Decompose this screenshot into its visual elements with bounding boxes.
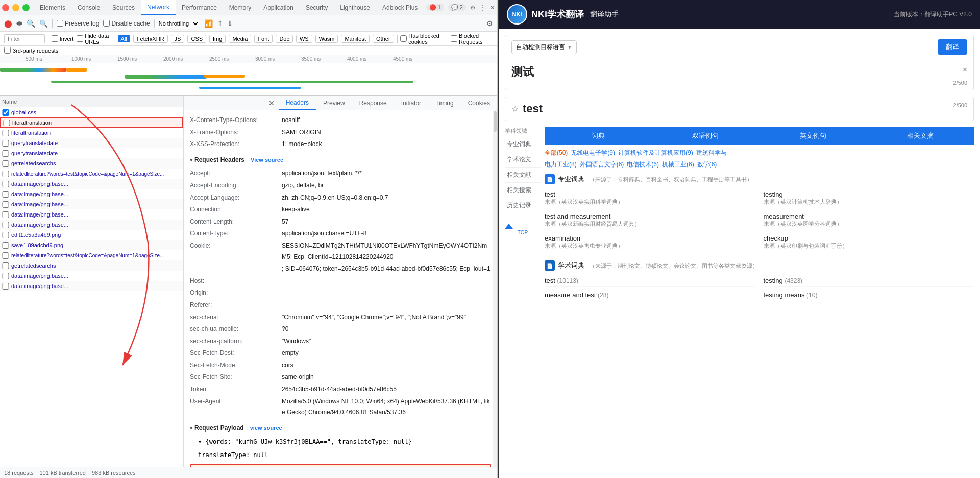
list-item[interactable]: relatedliterature?words=test&topicCode=&… [0, 169, 183, 179]
settings-gear-icon[interactable]: ⚙ [486, 19, 493, 28]
hide-data-checkbox[interactable] [77, 35, 83, 42]
tab-network[interactable]: Network [141, 0, 176, 15]
list-item[interactable]: edit1.e5a3a4b9.png [0, 230, 183, 240]
filter-icon[interactable]: 🔍 [27, 19, 35, 28]
item-checkbox[interactable] [2, 181, 9, 187]
detail-close-btn[interactable]: ✕ [268, 99, 275, 107]
detail-tab-preview[interactable]: Preview [316, 96, 352, 110]
list-item[interactable]: querytranslatedate [0, 138, 183, 148]
throttle-select[interactable]: No throttling [154, 19, 200, 28]
item-checkbox[interactable] [2, 109, 9, 116]
scrollbar-track[interactable] [493, 110, 497, 467]
filter-other[interactable]: Other [373, 35, 394, 43]
lang-select[interactable]: 自动检测目标语言 ▼ [511, 40, 577, 54]
request-headers-title[interactable]: ▾ Request Headers View source [190, 155, 491, 166]
invert-checkbox[interactable] [52, 35, 58, 42]
category-tag[interactable]: 外国语言文字(6) [580, 160, 624, 169]
category-tag[interactable]: 数学(6) [697, 160, 717, 169]
tab-security[interactable]: Security [300, 0, 334, 15]
window-close-btn[interactable] [2, 4, 9, 11]
category-tag[interactable]: 机械工业(6) [662, 160, 694, 169]
tab-memory[interactable]: Memory [223, 0, 257, 15]
payload-view-source[interactable]: view source [250, 423, 282, 434]
list-item[interactable]: data:image/png;base... [0, 281, 183, 291]
disable-cache-checkbox[interactable] [103, 20, 110, 27]
item-checkbox[interactable] [2, 160, 9, 167]
filter-fetch-xhr[interactable]: Fetch/XHR [133, 35, 168, 43]
subject-nav-item[interactable]: 相关搜索 [505, 183, 541, 198]
category-tag[interactable]: 计算机软件及计算机应用(9) [618, 149, 693, 157]
category-tag[interactable]: 电信技术(6) [627, 160, 659, 169]
disable-cache-check[interactable]: Disable cache [103, 20, 150, 27]
more-icon[interactable]: ⋮ [480, 4, 486, 11]
source-close-btn[interactable]: × [963, 65, 967, 75]
subject-nav-item[interactable]: 历史记录 [505, 198, 541, 213]
list-item[interactable]: data:image/png;base... [0, 189, 183, 199]
filter-media[interactable]: Media [229, 35, 251, 43]
item-checkbox[interactable] [2, 201, 9, 208]
tab-performance[interactable]: Performance [176, 0, 223, 15]
has-blocked-check[interactable]: Has blocked cookies [400, 33, 448, 45]
detail-tab-response[interactable]: Response [352, 96, 394, 110]
tab-elements[interactable]: Elements [34, 0, 71, 15]
filter-wasm[interactable]: Wasm [315, 35, 338, 43]
subject-nav-item[interactable]: 相关文献 [505, 168, 541, 183]
list-item[interactable]: global.css [0, 107, 183, 117]
category-all[interactable]: 全部(50) [545, 149, 568, 157]
detail-tab-cookies[interactable]: Cookies [461, 96, 497, 110]
import-icon[interactable]: ⇑ [217, 19, 223, 28]
list-item[interactable]: save1.89adcbd9.png [0, 240, 183, 250]
window-min-btn[interactable] [12, 4, 19, 11]
category-tag[interactable]: 无线电电子学(9) [571, 149, 615, 157]
tab-bilingual[interactable]: 双语例句 [652, 127, 760, 145]
item-checkbox[interactable] [3, 119, 10, 126]
preserve-log-check[interactable]: Preserve log [57, 20, 99, 27]
list-item[interactable]: data:image/png;base... [0, 199, 183, 209]
tab-related[interactable]: 相关文摘 [867, 127, 974, 145]
tab-console[interactable]: Console [71, 0, 106, 15]
tab-dict[interactable]: 词典 [545, 127, 652, 145]
translate-button[interactable]: 翻译 [938, 39, 967, 55]
item-checkbox[interactable] [2, 242, 9, 249]
item-checkbox[interactable] [2, 273, 9, 279]
list-item[interactable]: literaltranslation [0, 117, 183, 128]
item-checkbox[interactable] [2, 191, 9, 198]
detail-tab-headers[interactable]: Headers [279, 96, 316, 110]
item-checkbox[interactable] [2, 140, 9, 147]
list-item[interactable]: literaltranslation [0, 128, 183, 138]
invert-check[interactable]: Invert [52, 35, 74, 42]
item-checkbox[interactable] [2, 222, 9, 228]
filter-ws[interactable]: WS [296, 35, 312, 43]
payload-title[interactable]: ▾ Request Payload view source [190, 423, 491, 434]
filter-all-btn[interactable]: All [118, 35, 130, 42]
star-icon[interactable]: ☆ [511, 104, 519, 114]
subject-nav-item[interactable]: 学术论文 [505, 152, 541, 168]
filter-manifest[interactable]: Manifest [341, 35, 370, 43]
search-icon[interactable]: 🔍 [39, 19, 48, 28]
detail-tab-initiator[interactable]: Initiator [394, 96, 428, 110]
view-source-btn[interactable]: View source [251, 155, 283, 165]
has-blocked-checkbox[interactable] [400, 35, 407, 42]
clear-icon[interactable]: ⬬ [16, 19, 22, 28]
blocked-req-checkbox[interactable] [451, 35, 457, 42]
tab-english-example[interactable]: 英文例句 [760, 127, 867, 145]
record-icon[interactable]: ⬤ [4, 19, 12, 28]
hide-data-check[interactable]: Hide data URLs [77, 33, 114, 45]
list-item[interactable]: querytranslatedate [0, 148, 183, 158]
tab-application[interactable]: Application [257, 0, 300, 15]
close-devtools-icon[interactable]: ✕ [490, 4, 495, 11]
item-checkbox[interactable] [2, 252, 9, 259]
settings-icon[interactable]: ⚙ [470, 4, 476, 11]
detail-tab-timing[interactable]: Timing [428, 96, 461, 110]
filter-js[interactable]: JS [171, 35, 185, 43]
filter-font[interactable]: Font [254, 35, 273, 43]
list-item[interactable]: data:image/png;base... [0, 209, 183, 220]
tab-adblock[interactable]: Adblock Plus [376, 0, 424, 15]
scrollbar-thumb[interactable] [494, 111, 497, 132]
window-max-btn[interactable] [22, 4, 30, 11]
item-checkbox[interactable] [2, 150, 9, 157]
preserve-log-checkbox[interactable] [57, 20, 63, 27]
category-tag[interactable]: 建筑科学与 [696, 149, 727, 157]
tab-sources[interactable]: Sources [106, 0, 141, 15]
list-item[interactable]: data:image/png;base... [0, 220, 183, 230]
